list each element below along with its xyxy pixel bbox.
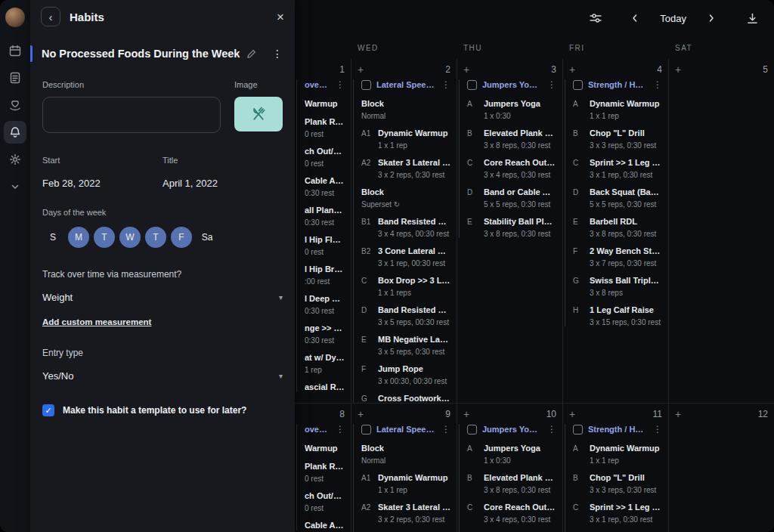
workout-menu-icon[interactable]: ⋮ <box>653 79 662 90</box>
workout-checkbox[interactable] <box>467 80 477 90</box>
workout-card[interactable]: Jumpers Yoga / Core⋮AJumpers Yoga1 x 0:3… <box>459 79 556 238</box>
workout-entry: nge >> 1 Leg St...0:30 rest <box>305 323 345 345</box>
kebab-menu-icon[interactable]: ⋮ <box>272 48 283 60</box>
cell-header: +9 <box>358 409 450 419</box>
calendar-day-cell[interactable]: +3Jumpers Yoga / Core⋮AJumpers Yoga1 x 0… <box>457 59 562 403</box>
calendar-day-cell[interactable]: +2Lateral Speed / Plyo⋮BlockNormalA1Dyna… <box>351 59 457 403</box>
day-toggle[interactable]: W <box>119 227 141 248</box>
add-workout-button[interactable]: + <box>675 409 681 419</box>
description-input[interactable] <box>42 97 221 133</box>
bell-icon[interactable] <box>4 121 26 144</box>
close-icon[interactable]: × <box>277 11 284 23</box>
day-toggle[interactable]: Sa <box>197 227 218 248</box>
avatar[interactable] <box>5 8 25 27</box>
workout-menu-icon[interactable]: ⋮ <box>547 79 556 90</box>
entry-name: Stability Ball Plank Linear ... <box>484 217 556 227</box>
workout-menu-icon[interactable]: ⋮ <box>653 424 662 435</box>
document-icon[interactable] <box>4 66 26 89</box>
day-toggle[interactable]: F <box>171 227 192 248</box>
entry-name: Band Resisted 2 Step Late... <box>378 217 450 227</box>
download-icon[interactable] <box>742 8 762 28</box>
workout-menu-icon[interactable]: ⋮ <box>547 424 556 435</box>
chevron-down-icon[interactable] <box>4 175 26 198</box>
workout-card[interactable]: Strength / Hypertro...⋮ADynamic Warmup1 … <box>565 424 662 532</box>
add-custom-measurement-link[interactable]: Add custom measurement <box>42 317 151 326</box>
calendar-day-cell[interactable]: +9Lateral Speed / Plyo⋮BlockNormalA1Dyna… <box>351 404 457 532</box>
measurement-select[interactable]: Weight ▾ <box>42 292 283 303</box>
cell-header: +12 <box>675 409 768 419</box>
habit-image-thumbnail[interactable] <box>234 97 283 131</box>
end-date-field[interactable]: April 1, 2022 <box>163 178 283 189</box>
workout-checkbox[interactable] <box>573 425 583 435</box>
workout-checkbox[interactable] <box>573 80 583 90</box>
day-toggle[interactable]: T <box>94 227 115 248</box>
calendar-day-cell[interactable]: +11Strength / Hypertro...⋮ADynamic Warmu… <box>562 404 668 532</box>
calendar-day-cell[interactable]: +10Jumpers Yoga / Core⋮AJumpers Yoga1 x … <box>457 404 562 532</box>
workout-title[interactable]: Lateral Speed / Plyo <box>376 80 436 89</box>
workout-menu-icon[interactable]: ⋮ <box>441 424 450 435</box>
add-workout-button[interactable]: + <box>358 64 364 75</box>
entry-label: B <box>467 473 479 494</box>
workout-checkbox[interactable] <box>467 425 477 435</box>
template-checkbox[interactable]: ✓ <box>42 404 54 416</box>
workout-title[interactable]: ovement Q... <box>305 80 330 89</box>
add-workout-button[interactable]: + <box>675 64 681 75</box>
workout-title[interactable]: Strength / Hypertro... <box>588 425 648 434</box>
start-date-field[interactable]: Feb 28, 2022 <box>42 178 163 189</box>
workout-menu-icon[interactable]: ⋮ <box>441 79 450 90</box>
calendar-icon[interactable] <box>4 39 26 62</box>
workout-card[interactable]: ovement Q...⋮WarmupPlank Row0 restch Out… <box>296 79 345 392</box>
add-workout-button[interactable]: + <box>463 409 469 419</box>
workout-title[interactable]: Jumpers Yoga / Core <box>482 425 542 434</box>
entry-label: A <box>467 99 479 120</box>
workout-card[interactable]: Strength / Hypertro...⋮ADynamic Warmup1 … <box>565 79 662 326</box>
prev-week-chevron-icon[interactable] <box>625 8 645 28</box>
entry-name: Swiss Ball Triple Threat <box>590 276 662 286</box>
workout-card[interactable]: ovement Q...⋮WarmupPlank Row0 restch Out… <box>296 424 345 530</box>
workout-title[interactable]: Lateral Speed / Plyo <box>376 425 436 434</box>
gear-icon[interactable] <box>4 148 26 171</box>
edit-pencil-icon[interactable] <box>246 49 256 59</box>
add-workout-button[interactable]: + <box>358 409 364 419</box>
back-button[interactable]: ‹ <box>41 7 60 26</box>
calendar-day-cell[interactable]: +4Strength / Hypertro...⋮ADynamic Warmup… <box>562 59 668 403</box>
workout-menu-icon[interactable]: ⋮ <box>336 424 345 435</box>
workout-entry: Plank Row0 rest <box>305 117 345 138</box>
workout-checkbox[interactable] <box>361 80 371 90</box>
entry-name: all Plank Linear ... <box>305 206 345 215</box>
workout-card[interactable]: Jumpers Yoga / Core⋮AJumpers Yoga1 x 0:3… <box>459 424 556 532</box>
filter-sliders-icon[interactable] <box>586 8 605 28</box>
calendar-day-cell[interactable]: +5 <box>668 59 774 403</box>
workout-title[interactable]: ovement Q... <box>305 425 330 434</box>
next-week-chevron-icon[interactable] <box>701 8 721 28</box>
workout-checkbox[interactable] <box>361 425 371 435</box>
today-button[interactable]: Today <box>657 13 689 24</box>
workout-entry: A1Dynamic Warmup1 x 1 rep <box>361 473 450 494</box>
day-toggle[interactable]: T <box>145 227 166 248</box>
calendar-week-row: +1ovement Q...⋮WarmupPlank Row0 restch O… <box>295 59 774 403</box>
day-toggle[interactable]: M <box>68 227 89 248</box>
add-workout-button[interactable]: + <box>463 64 469 75</box>
day-toggle[interactable]: S <box>42 227 63 248</box>
app-window: ‹ Habits × No Processed Foods During the… <box>0 0 774 532</box>
add-workout-button[interactable]: + <box>569 409 575 419</box>
entry-body: BlockSuperset ↻ <box>361 187 450 209</box>
workout-title[interactable]: Jumpers Yoga / Core <box>482 80 542 89</box>
workout-card[interactable]: Lateral Speed / Plyo⋮BlockNormalA1Dynami… <box>353 79 450 403</box>
entry-label: E <box>573 217 585 238</box>
calendar-day-cell[interactable]: +12 <box>668 404 774 532</box>
heart-hands-icon[interactable] <box>4 94 26 116</box>
calendar-day-cell[interactable]: +1ovement Q...⋮WarmupPlank Row0 restch O… <box>295 59 351 403</box>
workout-entry: F2 Way Bench Step Up3 x 7 reps, 0:30 res… <box>573 246 662 268</box>
calendar-day-cell[interactable]: +8ovement Q...⋮WarmupPlank Row0 restch O… <box>295 404 351 532</box>
workout-menu-icon[interactable]: ⋮ <box>336 79 345 90</box>
entry-body: Barbell RDL3 x 8 reps, 0:30 rest <box>590 217 662 238</box>
entry-name: l Deep Squat Mo... <box>305 294 345 304</box>
workout-entry: ch Out/Under0 rest <box>305 147 345 168</box>
workout-card[interactable]: Lateral Speed / Plyo⋮BlockNormalA1Dynami… <box>353 424 450 532</box>
add-workout-button[interactable]: + <box>569 64 575 75</box>
entry-label: A1 <box>361 473 373 494</box>
entry-body: Sprint >> 1 Leg Declarations3 x 1 rep, 0… <box>590 503 662 524</box>
entry-type-select[interactable]: Yes/No ▾ <box>42 370 283 382</box>
workout-title[interactable]: Strength / Hypertro... <box>588 80 648 89</box>
